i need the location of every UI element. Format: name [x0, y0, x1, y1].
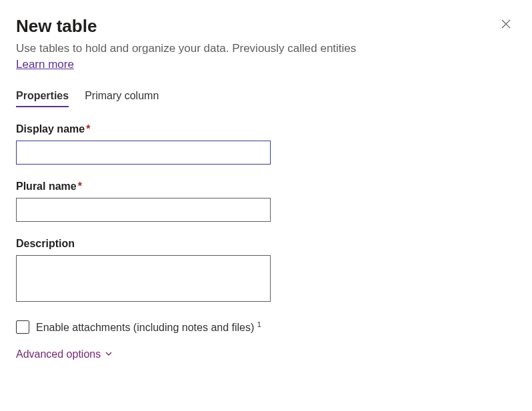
description-label: Description — [16, 238, 516, 250]
advanced-options-label: Advanced options — [16, 348, 101, 360]
learn-more-link[interactable]: Learn more — [16, 58, 74, 71]
required-asterisk: * — [78, 181, 82, 192]
display-name-input[interactable] — [16, 141, 271, 165]
page-subtitle: Use tables to hold and organize your dat… — [16, 42, 516, 55]
tab-properties[interactable]: Properties — [16, 90, 69, 107]
description-group: Description — [16, 238, 516, 304]
close-button[interactable] — [496, 16, 516, 33]
tab-primary-column[interactable]: Primary column — [85, 90, 159, 107]
description-textarea[interactable] — [16, 255, 271, 302]
page-title: New table — [16, 16, 97, 37]
plural-name-label: Plural name* — [16, 181, 516, 193]
required-asterisk: * — [86, 123, 90, 135]
enable-attachments-row: Enable attachments (including notes and … — [16, 320, 516, 334]
plural-name-input[interactable] — [16, 198, 271, 222]
chevron-down-icon — [105, 348, 113, 360]
close-icon — [501, 18, 511, 31]
advanced-options-toggle[interactable]: Advanced options — [16, 348, 113, 360]
display-name-group: Display name* — [16, 123, 516, 165]
tabs: Properties Primary column — [16, 90, 516, 107]
plural-name-group: Plural name* — [16, 181, 516, 222]
enable-attachments-checkbox[interactable] — [16, 320, 29, 334]
display-name-label: Display name* — [16, 123, 516, 135]
enable-attachments-label: Enable attachments (including notes and … — [36, 320, 261, 334]
